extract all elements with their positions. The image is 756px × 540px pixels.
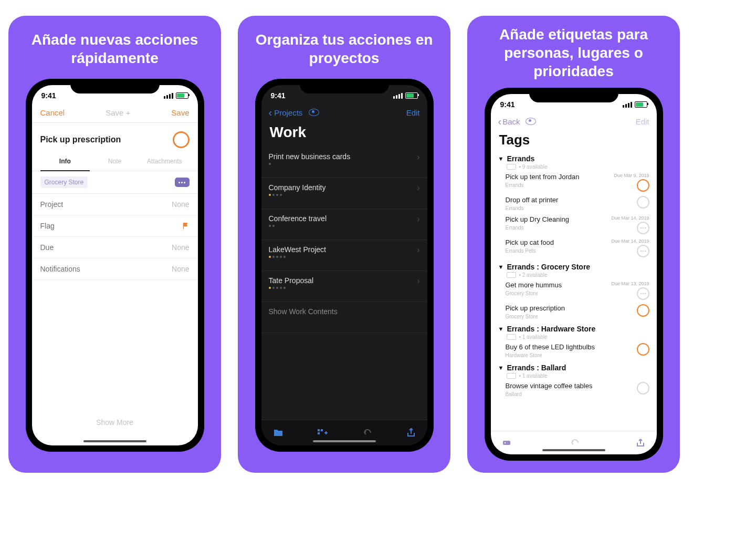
item-due: Due Mar 14, 2019 xyxy=(611,215,649,221)
tag-item[interactable]: Pick up prescriptionGrocery Store xyxy=(491,302,657,321)
more-tags-icon[interactable] xyxy=(175,178,190,187)
card-headline: Organiza tus acciones en proyectos xyxy=(254,30,435,67)
undo-icon[interactable] xyxy=(570,439,580,446)
share-icon[interactable] xyxy=(636,438,645,448)
section-availability: • 1 available xyxy=(491,334,657,341)
back-chevron-icon[interactable]: ‹ xyxy=(269,107,272,118)
tag-item[interactable]: Get more hummusGrocery StoreDue Mar 13, … xyxy=(491,279,657,302)
field-flag[interactable]: Flag xyxy=(32,215,198,237)
back-button[interactable]: Back xyxy=(502,117,520,126)
phone-notch xyxy=(70,79,160,94)
project-row[interactable]: Conference travel › xyxy=(261,209,427,240)
status-circle-icon[interactable] xyxy=(637,196,649,209)
cancel-button[interactable]: Cancel xyxy=(40,108,65,117)
tag-section-header[interactable]: ▼Errands xyxy=(491,153,657,164)
field-label: Notifications xyxy=(40,265,80,273)
detail-tabs: Info Note Attachments xyxy=(32,153,198,171)
tag-section-header[interactable]: ▼Errands : Ballard xyxy=(491,362,657,373)
row-title: Company Identity xyxy=(269,183,326,192)
status-time: 9:41 xyxy=(500,100,515,109)
signal-icon xyxy=(164,93,173,99)
more-icon[interactable] xyxy=(637,245,649,257)
flag-circle-icon[interactable] xyxy=(637,179,649,192)
tag-section-header[interactable]: ▼Errands : Hardware Store xyxy=(491,324,657,334)
battery-icon xyxy=(635,101,647,108)
flag-circle-icon[interactable] xyxy=(637,304,649,317)
tag-item[interactable]: Drop off at printerErrands xyxy=(491,194,657,213)
item-meta: Errands xyxy=(506,182,580,188)
flag-circle-icon[interactable] xyxy=(637,343,649,356)
battery-icon xyxy=(405,92,418,99)
item-meta: Errands Pets xyxy=(506,248,554,254)
flag-icon xyxy=(182,222,190,230)
tag-icon[interactable] xyxy=(502,439,514,446)
svg-point-4 xyxy=(504,442,506,444)
chevron-right-icon: › xyxy=(417,276,419,286)
folder-icon[interactable] xyxy=(273,429,284,437)
tab-attachments[interactable]: Attachments xyxy=(140,153,190,171)
back-chevron-icon[interactable]: ‹ xyxy=(498,116,502,127)
card-headline: Añade etiquetas para personas, lugares o… xyxy=(483,25,664,80)
tag-item[interactable]: Pick up tent from JordanErrandsDue Mar 9… xyxy=(491,171,657,194)
field-notifications[interactable]: Notifications None xyxy=(32,258,198,280)
edit-button[interactable]: Edit xyxy=(406,108,420,117)
save-plus-button[interactable]: Save + xyxy=(106,108,130,117)
tab-note[interactable]: Note xyxy=(90,153,140,171)
perspective-eye-icon[interactable] xyxy=(309,109,319,116)
item-meta: Grocery Store xyxy=(506,290,562,296)
tag-section-header[interactable]: ▼Errands : Grocery Store xyxy=(491,262,657,272)
promo-card-1: Añade nuevas acciones rápidamente 9:41 C… xyxy=(8,16,221,473)
status-time: 9:41 xyxy=(271,91,286,100)
phone-mockup-1: 9:41 Cancel Save + Save Pick up prescrip… xyxy=(26,79,204,452)
row-title: LakeWest Project xyxy=(269,245,326,254)
project-row[interactable]: LakeWest Project › xyxy=(261,240,427,271)
section-name: Errands : Hardware Store xyxy=(507,325,595,333)
field-value: None xyxy=(172,243,189,252)
row-title: Print new business cards xyxy=(269,152,351,161)
section-name: Errands : Grocery Store xyxy=(507,263,590,271)
undo-icon[interactable] xyxy=(362,429,373,437)
promo-card-3: Añade etiquetas para personas, lugares o… xyxy=(467,16,680,473)
flag-circle-icon[interactable] xyxy=(173,131,190,148)
field-due[interactable]: Due None xyxy=(32,237,198,258)
project-row[interactable]: Print new business cards › xyxy=(261,147,427,178)
chevron-right-icon: › xyxy=(417,152,419,162)
new-item-icon[interactable] xyxy=(317,429,329,437)
tag-item[interactable]: Browse vintage coffee tablesBallard xyxy=(491,380,657,399)
save-button[interactable]: Save xyxy=(171,108,189,117)
tag-item[interactable]: Pick up cat foodErrands PetsDue Mar 14, … xyxy=(491,236,657,259)
tag-badge-icon xyxy=(507,272,516,278)
section-availability: • 2 available xyxy=(491,272,657,279)
section-availability: • 9 available xyxy=(491,164,657,171)
show-contents-row[interactable]: Show Work Contents xyxy=(261,302,427,333)
more-icon[interactable] xyxy=(637,287,649,300)
tag-badge-icon xyxy=(507,373,516,379)
projects-navbar: ‹ Projects Edit xyxy=(261,106,427,121)
show-more-button[interactable]: Show More xyxy=(32,411,198,434)
row-title: Conference travel xyxy=(269,214,327,223)
card-headline: Añade nuevas acciones rápidamente xyxy=(24,30,205,67)
tag-item[interactable]: Buy 6 of these LED lightbulbsHardware St… xyxy=(491,341,657,360)
project-title: Work xyxy=(261,121,427,147)
signal-icon xyxy=(623,102,632,108)
status-circle-icon[interactable] xyxy=(637,382,649,394)
share-icon[interactable] xyxy=(406,428,416,438)
perspective-eye-icon[interactable] xyxy=(526,118,536,125)
item-due: Due Mar 13, 2019 xyxy=(611,281,649,286)
tag-badge-icon xyxy=(507,164,516,170)
item-meta: Ballard xyxy=(506,391,593,397)
item-title: Browse vintage coffee tables xyxy=(506,382,593,391)
field-label: Due xyxy=(40,243,54,252)
project-row[interactable]: Company Identity › xyxy=(261,178,427,209)
project-row[interactable]: Tate Proposal › xyxy=(261,271,427,302)
status-time: 9:41 xyxy=(41,91,56,100)
tag-item[interactable]: Pick up Dry CleaningErrandsDue Mar 14, 2… xyxy=(491,213,657,236)
tab-info[interactable]: Info xyxy=(40,153,90,171)
back-button[interactable]: Projects xyxy=(274,108,302,117)
svg-rect-2 xyxy=(318,432,320,434)
tag-chip[interactable]: Grocery Store xyxy=(40,176,88,188)
field-project[interactable]: Project None xyxy=(32,194,198,215)
edit-button[interactable]: Edit xyxy=(636,117,649,126)
signal-icon xyxy=(393,93,403,99)
more-icon[interactable] xyxy=(637,222,649,234)
